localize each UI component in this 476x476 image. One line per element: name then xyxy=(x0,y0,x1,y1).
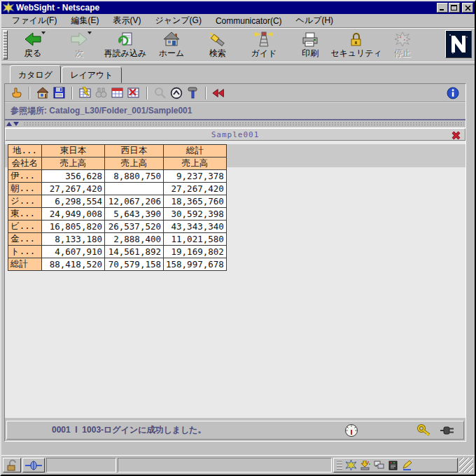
cell-east-total[interactable]: 88,418,520 xyxy=(42,258,105,271)
row-label[interactable]: 東... xyxy=(8,208,42,220)
netscape-logo[interactable] xyxy=(445,30,472,58)
cell-east[interactable]: 27,267,420 xyxy=(42,183,105,195)
toolbar-grip[interactable] xyxy=(3,30,8,59)
cell-west[interactable]: 26,537,520 xyxy=(105,220,164,233)
rewind-button[interactable] xyxy=(212,86,226,100)
tools-button[interactable] xyxy=(186,86,200,100)
reload-button[interactable]: 再読み込み xyxy=(102,29,148,61)
cell-west[interactable]: 5,643,390 xyxy=(105,208,164,220)
cell-total[interactable]: 18,365,760 xyxy=(164,195,227,208)
collapse-down-icon[interactable] xyxy=(13,122,19,126)
tab-row: カタログ レイアウト xyxy=(1,65,475,83)
row-label[interactable]: ビ... xyxy=(8,220,42,233)
minimize-button[interactable] xyxy=(437,3,448,13)
cell-east[interactable]: 4,607,910 xyxy=(42,246,105,258)
cell-west[interactable]: 8,880,750 xyxy=(105,170,164,183)
taskbar-grip[interactable] xyxy=(337,460,342,471)
cell-west-total[interactable]: 70,579,158 xyxy=(105,258,164,271)
col-header-east[interactable]: 東日本 xyxy=(42,145,105,158)
menu-communicator[interactable]: Communicator(C) xyxy=(209,15,288,27)
composer-icon[interactable] xyxy=(401,460,412,471)
info-button[interactable] xyxy=(446,86,460,100)
table-red-header-icon xyxy=(111,87,124,99)
inbox-icon[interactable] xyxy=(359,460,370,471)
menu-view[interactable]: 表示(V) xyxy=(106,13,147,28)
report-area: 地... 東日本 西日本 総計 会社名 売上高 売上高 売上高 伊... 356… xyxy=(5,141,465,418)
col-header-sales[interactable]: 売上高 xyxy=(42,158,105,170)
cell-west[interactable]: 14,561,892 xyxy=(105,246,164,258)
run-report-button[interactable] xyxy=(78,86,92,100)
menu-go[interactable]: ジャンプ(G) xyxy=(148,13,207,28)
stop-button[interactable]: 停止 xyxy=(379,29,426,61)
cell-east[interactable]: 8,133,180 xyxy=(42,233,105,246)
row-label-total[interactable]: 総計 xyxy=(8,258,42,271)
drill-up-button[interactable] xyxy=(169,86,183,100)
table-properties-button[interactable] xyxy=(111,86,125,100)
print-button[interactable]: 印刷 xyxy=(287,29,333,61)
security-lock-icon xyxy=(347,30,365,47)
resize-grip[interactable] xyxy=(459,458,473,472)
cell-total[interactable]: 30,592,398 xyxy=(164,208,227,220)
security-button[interactable]: セキュリティ xyxy=(333,29,379,61)
frame-title-bar[interactable]: Sample001 xyxy=(5,128,465,141)
collapse-up-icon[interactable] xyxy=(6,122,12,126)
security-indicator-button[interactable] xyxy=(3,458,21,472)
row-label[interactable]: 金... xyxy=(8,233,42,246)
menu-help[interactable]: ヘルプ(H) xyxy=(290,13,340,28)
maximize-button[interactable] xyxy=(449,3,460,13)
title-bar[interactable]: WebSight - Netscape xyxy=(1,1,475,14)
cell-total[interactable]: 19,169,802 xyxy=(164,246,227,258)
component-bar-button[interactable] xyxy=(22,458,45,472)
forward-dropdown-icon[interactable] xyxy=(88,31,92,34)
home-small-icon xyxy=(36,87,49,99)
row-label[interactable]: 伊... xyxy=(8,170,42,183)
cell-total[interactable]: 9,237,378 xyxy=(164,170,227,183)
col-header-company[interactable]: 会社名 xyxy=(8,158,42,170)
cell-west[interactable]: 2,888,400 xyxy=(105,233,164,246)
cell-east[interactable]: 16,805,820 xyxy=(42,220,105,233)
cell-total[interactable]: 27,267,420 xyxy=(164,183,227,195)
back-button[interactable]: 戻る xyxy=(10,29,56,61)
back-dropdown-icon[interactable] xyxy=(41,31,46,34)
guide-button[interactable]: ガイド xyxy=(241,29,287,61)
cell-total[interactable]: 43,343,340 xyxy=(164,220,227,233)
cell-east[interactable]: 24,949,008 xyxy=(42,208,105,220)
hand-pointer-button[interactable] xyxy=(9,86,23,100)
delete-table-button[interactable] xyxy=(127,86,141,100)
navigator-icon[interactable] xyxy=(345,460,356,471)
menu-file[interactable]: ファイル(F) xyxy=(6,13,63,28)
save-button[interactable] xyxy=(52,86,66,100)
discussions-icon[interactable] xyxy=(373,460,384,471)
cell-total[interactable]: 11,021,580 xyxy=(164,233,227,246)
catalog-home-button[interactable] xyxy=(36,86,50,100)
close-button[interactable] xyxy=(462,3,473,13)
cell-east[interactable]: 356,628 xyxy=(42,170,105,183)
sales-table[interactable]: 地... 東日本 西日本 総計 会社名 売上高 売上高 売上高 伊... 356… xyxy=(8,144,227,271)
frame-close-button[interactable] xyxy=(451,130,461,139)
cell-east[interactable]: 6,298,554 xyxy=(42,195,105,208)
status-message: 0001 I 1003-ログインに成功しました。 xyxy=(52,424,206,436)
tab-catalog[interactable]: カタログ xyxy=(10,65,61,83)
menu-edit[interactable]: 編集(E) xyxy=(64,13,105,28)
address-book-icon[interactable] xyxy=(387,460,398,471)
search-button[interactable]: 検索 xyxy=(195,29,241,61)
col-header-region[interactable]: 地... xyxy=(8,145,42,158)
cell-west[interactable] xyxy=(105,183,164,195)
col-header-sales[interactable]: 売上高 xyxy=(105,158,164,170)
toolbar-separator xyxy=(146,87,148,99)
cell-west[interactable]: 12,067,206 xyxy=(105,195,164,208)
row-label[interactable]: ト... xyxy=(8,246,42,258)
tab-layout[interactable]: レイアウト xyxy=(62,66,121,83)
col-header-sales[interactable]: 売上高 xyxy=(164,158,227,170)
collapse-bar[interactable] xyxy=(5,120,465,128)
cell-grand-total[interactable]: 158,997,678 xyxy=(164,258,227,271)
find-button[interactable] xyxy=(94,86,108,100)
print-label: 印刷 xyxy=(302,48,318,59)
home-button[interactable]: ホーム xyxy=(148,29,195,61)
col-header-west[interactable]: 西日本 xyxy=(105,145,164,158)
row-label[interactable]: 朝... xyxy=(8,183,42,195)
zoom-button[interactable] xyxy=(153,86,167,100)
col-header-total[interactable]: 総計 xyxy=(164,145,227,158)
forward-button[interactable]: 次 xyxy=(56,29,102,61)
row-label[interactable]: ジ... xyxy=(8,195,42,208)
